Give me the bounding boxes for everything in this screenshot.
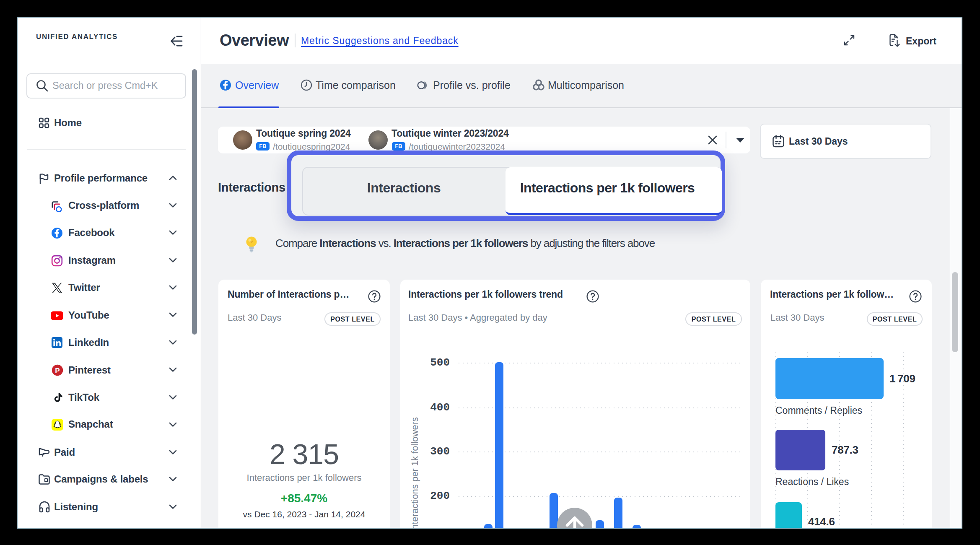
svg-text:P: P	[55, 367, 60, 375]
